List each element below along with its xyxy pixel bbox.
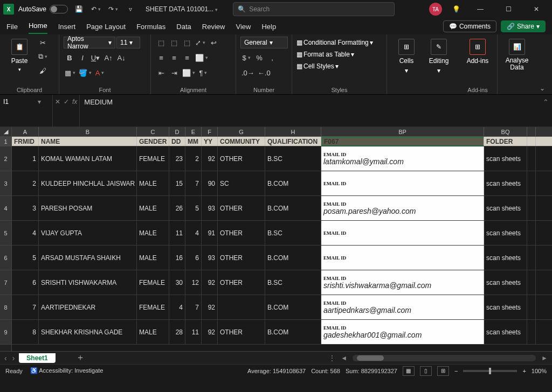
cell-gender[interactable]: MALE — [137, 221, 169, 245]
cell-email[interactable]: EMAIL ID — [321, 246, 484, 270]
align-top[interactable]: ⬚ — [155, 37, 167, 48]
col-BP[interactable]: BP — [321, 127, 484, 136]
conditional-formatting-button[interactable]: ▦ Conditional Formatting ▾ — [296, 39, 373, 46]
comma-button[interactable]: , — [266, 52, 278, 64]
increase-font-button[interactable]: A↑ — [102, 52, 114, 64]
cell-yy[interactable]: 92 — [202, 270, 218, 295]
cell-name[interactable]: VIJAY GUPTA — [39, 221, 137, 245]
close-button[interactable]: ✕ — [526, 1, 547, 17]
user-avatar[interactable]: TA — [429, 3, 442, 16]
tab-formulas[interactable]: Formulas — [136, 23, 165, 34]
cell-yy[interactable]: 92 — [202, 320, 218, 344]
chevron-down-icon[interactable]: ▾ — [38, 98, 41, 106]
row-header-5[interactable]: 5 — [0, 221, 11, 246]
row-header-3[interactable]: 3 — [0, 171, 11, 196]
align-right[interactable]: ≡ — [181, 52, 193, 64]
hdr-community[interactable]: COMMUNITY — [218, 137, 265, 146]
sheet-tab-active[interactable]: Sheet1 — [19, 353, 55, 363]
autosave-toggle[interactable]: AutoSave — [18, 5, 68, 13]
col-E[interactable]: E — [185, 127, 202, 136]
format-painter-button[interactable]: 🖌 — [37, 65, 49, 76]
cell-gender[interactable]: MALE — [137, 196, 169, 220]
cell-gender[interactable]: FEMALE — [137, 295, 169, 319]
align-left[interactable]: ≡ — [155, 52, 167, 64]
hdr-frmid[interactable]: FRMID — [12, 137, 39, 146]
name-box-input[interactable] — [3, 98, 36, 106]
fill-color-button[interactable]: 🪣 — [78, 67, 93, 79]
col-F[interactable]: F — [202, 127, 218, 136]
tab-view[interactable]: View — [236, 23, 251, 34]
document-title[interactable]: SHEET DATA 101001... — [146, 5, 218, 13]
sheet-prev-icon[interactable]: ‹ — [4, 354, 7, 362]
cell-frmid[interactable]: 4 — [12, 221, 39, 245]
row-header-4[interactable]: 4 — [0, 196, 11, 221]
cell-community[interactable]: OTHER — [218, 246, 265, 270]
toggle-off-icon[interactable] — [50, 5, 68, 13]
hdr-gender[interactable]: GENDER — [137, 137, 169, 146]
qat-customize[interactable]: ▿ — [124, 3, 137, 16]
normal-view-button[interactable]: ▦ — [403, 366, 415, 376]
tab-insert[interactable]: Insert — [58, 23, 76, 34]
addins-button[interactable]: ⊞Add-ins — [463, 37, 493, 67]
col-B[interactable]: B — [39, 127, 137, 136]
page-layout-view-button[interactable]: ▯ — [420, 366, 432, 376]
cell-email[interactable]: EMAIL IDgadeshekhar001@gmail.com — [321, 320, 484, 344]
cell-community[interactable]: OTHER — [218, 221, 265, 245]
number-format-combo[interactable]: General▾ — [240, 37, 288, 48]
decrease-font-button[interactable]: A↓ — [115, 52, 127, 64]
cell-yy[interactable]: 93 — [202, 246, 218, 270]
save-button[interactable]: 💾 — [72, 3, 85, 16]
name-box[interactable]: ▾ — [0, 95, 53, 127]
cell-frmid[interactable]: 5 — [12, 246, 39, 270]
hdr-dd[interactable]: DD — [169, 137, 185, 146]
zoom-in-button[interactable]: + — [522, 368, 526, 374]
select-all-triangle[interactable]: ◢ — [0, 127, 11, 137]
cell-frmid[interactable]: 2 — [12, 171, 39, 195]
cell-qualification[interactable]: B.COM — [265, 246, 321, 270]
hdr-qualification[interactable]: QUALIFICATION — [265, 137, 321, 146]
spreadsheet-grid[interactable]: ◢ 1 2 3 4 5 6 7 8 9 A B C D E F G H BP B… — [0, 127, 552, 351]
increase-indent[interactable]: ⇥ — [168, 67, 180, 79]
rtl-button[interactable]: ¶ — [197, 67, 209, 79]
zoom-out-button[interactable]: − — [454, 368, 458, 374]
cell-yy[interactable]: 90 — [202, 171, 218, 195]
scroll-right-icon[interactable]: ► — [541, 354, 548, 362]
cell-mm[interactable]: 12 — [185, 270, 202, 295]
tab-pagelayout[interactable]: Page Layout — [86, 23, 126, 34]
sheet-menu-icon[interactable]: ⋮ — [329, 354, 335, 362]
share-button[interactable]: 🔗 Share ▾ — [501, 20, 546, 32]
cell-mm[interactable]: 4 — [185, 221, 202, 245]
tab-review[interactable]: Review — [202, 23, 225, 34]
hdr-yy[interactable]: YY — [202, 137, 218, 146]
decrease-indent[interactable]: ⇤ — [155, 67, 167, 79]
cell-email[interactable]: EMAIL ID — [321, 171, 484, 195]
cell-community[interactable]: OTHER — [218, 196, 265, 220]
tab-data[interactable]: Data — [176, 23, 191, 34]
editing-button[interactable]: ✎Editing▾ — [424, 37, 454, 76]
wrap-text-button[interactable]: ↩ — [208, 37, 219, 48]
undo-button[interactable]: ↶ — [89, 3, 102, 16]
coming-soon-icon[interactable]: 💡 — [450, 3, 463, 16]
cell-name[interactable]: ARSAD MUSTAFA SHAIKH — [39, 246, 137, 270]
cell-folder[interactable]: scan sheets — [484, 270, 527, 295]
cell-folder[interactable]: scan sheets — [484, 320, 527, 344]
copy-button[interactable]: ⧉ — [37, 51, 49, 62]
cell-mm[interactable]: 5 — [185, 196, 202, 220]
cell-qualification[interactable]: B.SC — [265, 270, 321, 295]
tab-help[interactable]: Help — [261, 23, 276, 34]
italic-button[interactable]: I — [77, 52, 88, 64]
enter-formula-icon[interactable]: ✓ — [64, 98, 69, 106]
cell-yy[interactable]: 92 — [202, 295, 218, 319]
search-input[interactable]: 🔍 Search — [233, 2, 395, 16]
collapse-ribbon-button[interactable]: ⌄ — [536, 34, 548, 94]
cell-frmid[interactable]: 1 — [12, 146, 39, 171]
hdr-mm[interactable]: MM — [185, 137, 202, 146]
cell-name[interactable]: KOMAL WAMAN LATAM — [39, 146, 137, 171]
page-break-view-button[interactable]: ⊞ — [437, 366, 449, 376]
zoom-level[interactable]: 100% — [532, 368, 547, 374]
cell-qualification[interactable]: B.COM — [265, 320, 321, 344]
cell-email[interactable]: EMAIL IDlatamkomal@ymail.com — [321, 146, 484, 171]
cell-dd[interactable]: 15 — [169, 171, 185, 195]
cell-frmid[interactable]: 3 — [12, 196, 39, 220]
cell-dd[interactable]: 16 — [169, 246, 185, 270]
